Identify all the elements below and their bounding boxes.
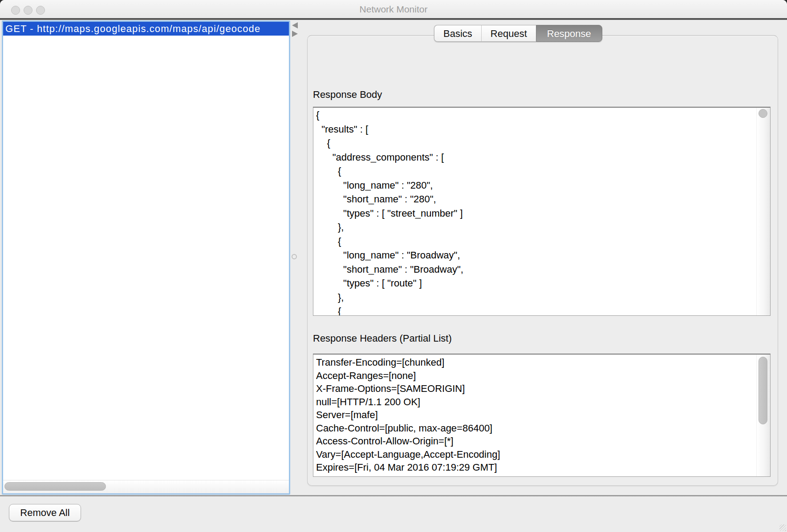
tab-response[interactable]: Response — [536, 25, 602, 42]
response-headers-textarea[interactable]: Transfer-Encoding=[chunked] Accept-Range… — [313, 354, 771, 477]
tab-request[interactable]: Request — [481, 25, 536, 42]
request-list[interactable]: GET - http://maps.googleapis.com/maps/ap… — [2, 20, 290, 495]
tab-basics[interactable]: Basics — [434, 25, 481, 42]
remove-all-button[interactable]: Remove All — [9, 504, 81, 521]
horizontal-scrollbar-thumb[interactable] — [4, 482, 106, 491]
splitter-expand-right-icon[interactable] — [292, 31, 298, 37]
response-headers-text: Transfer-Encoding=[chunked] Accept-Range… — [316, 355, 755, 476]
response-headers-label: Response Headers (Partial List) — [313, 333, 452, 344]
request-list-item[interactable]: GET - http://maps.googleapis.com/maps/ap… — [3, 22, 289, 36]
footer-bar: Remove All — [0, 496, 787, 532]
tab-bar: Basics Request Response — [434, 25, 602, 42]
response-body-scrollbar-thumb[interactable] — [759, 109, 767, 118]
splitter-collapse-left-icon[interactable] — [292, 22, 298, 28]
titlebar-separator — [0, 18, 787, 20]
response-body-scrollbar[interactable] — [756, 108, 770, 315]
response-body-textarea[interactable]: { "results" : [ { "address_components" :… — [313, 107, 771, 316]
resize-grip[interactable] — [779, 524, 786, 531]
title-bar: Network Monitor — [0, 0, 787, 18]
response-headers-scrollbar[interactable] — [756, 355, 770, 476]
splitter-handle[interactable] — [292, 254, 297, 259]
response-headers-scrollbar-thumb[interactable] — [759, 357, 767, 424]
response-body-label: Response Body — [313, 89, 382, 101]
network-monitor-window: Network Monitor GET - http://maps.google… — [0, 0, 787, 532]
response-body-text: { "results" : [ { "address_components" :… — [316, 108, 755, 315]
window-title: Network Monitor — [0, 0, 787, 18]
request-list-horizontal-scrollbar[interactable] — [3, 480, 289, 493]
